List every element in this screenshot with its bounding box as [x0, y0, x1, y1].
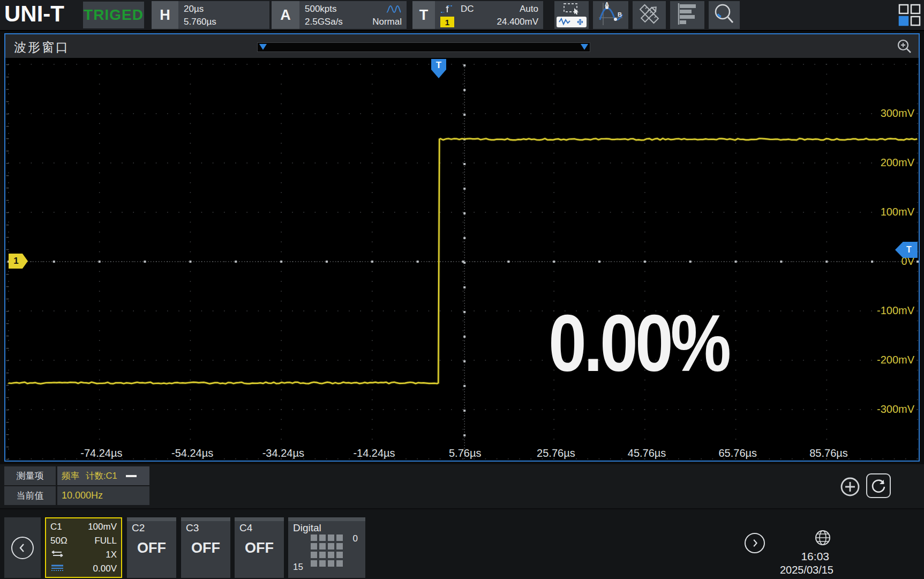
channel4-name: C4 [239, 522, 252, 534]
digital-bit-square [336, 560, 343, 567]
digital-bit-square [328, 543, 334, 550]
channel1-scale: 100mV [88, 522, 117, 532]
digital-bit-square [328, 560, 334, 567]
status-date: 2025/03/15 [766, 564, 833, 576]
acquire-mode-value: Normal [372, 17, 402, 27]
top-toolbar: UNI-T TRIGED H 20µs 5.760µs A 500kpts 2.… [0, 0, 924, 31]
time-label: 5.76µs [433, 447, 497, 459]
channel1-impedance: 50Ω [50, 536, 67, 546]
waveform-window-titlebar: 波形窗口 [5, 34, 919, 58]
digital-bit-square [311, 552, 317, 558]
measure-tools-button[interactable] [633, 1, 666, 29]
measurement-item-label: 测量项 [4, 466, 56, 485]
measurement-current-label: 当前值 [4, 486, 56, 505]
time-label: -14.24µs [342, 447, 407, 459]
waveform-window: 波形窗口 300mV200mV100mV0V-100mV-200mV-300mV… [4, 33, 920, 462]
digital-channel-grid-icon [311, 535, 343, 567]
window-layout-button[interactable] [898, 3, 921, 29]
bottom-channel-bar: C1 100mV 50Ω FULL 1X [0, 509, 924, 579]
voltage-label: -200mV [855, 354, 914, 366]
measurement-counter: 计数:C1 [86, 470, 117, 482]
time-label: -74.24µs [69, 447, 133, 459]
time-label: 85.76µs [797, 447, 861, 459]
svg-text:B: B [618, 11, 622, 18]
digital-bit-square [336, 543, 343, 550]
channel1-offset: 0.00V [93, 563, 117, 574]
sample-rate-value: 2.5GSa/s [305, 17, 343, 27]
timebase-value: 20µs [184, 4, 204, 14]
horizontal-scrollbar[interactable] [257, 42, 590, 52]
channel3-strip [181, 517, 230, 521]
measurement-label-column: 测量项 当前值 [4, 466, 56, 506]
digital-bit-square [311, 543, 317, 550]
digital-bit-square [336, 535, 343, 541]
measurement-value-column[interactable]: 频率 计数:C1 10.000Hz [57, 466, 149, 506]
channel2-name: C2 [132, 522, 145, 534]
digital-bit-square [319, 560, 326, 567]
selection-box-icon [562, 3, 581, 17]
nav-right-panel[interactable] [745, 533, 765, 553]
digital-channels-box[interactable]: Digital 0 15 [288, 517, 365, 578]
globe-icon[interactable] [814, 529, 832, 549]
dc-coupling-icon [50, 550, 64, 560]
clock-area: 16:03 2025/03/15 [766, 509, 835, 579]
horizontal-position-value: 5.760µs [184, 17, 216, 27]
digital-label: Digital [293, 522, 321, 534]
measurement-value-cell: 10.000Hz [57, 486, 149, 505]
trigger-sweep-value: Auto [520, 4, 538, 14]
voltage-label: 300mV [855, 107, 914, 120]
digital-high-index: 0 [353, 533, 358, 544]
acquire-settings-button[interactable]: A 500kpts 2.5GSa/s Normal [272, 1, 407, 29]
channel1-probe: 1X [106, 550, 117, 560]
cursor-measure-button[interactable]: A B [593, 1, 628, 29]
magnifier-icon [712, 2, 736, 28]
channel1-name: C1 [50, 522, 62, 532]
digital-bit-square [319, 552, 326, 558]
nav-left-panel[interactable] [4, 517, 41, 578]
voltage-label: -300mV [855, 403, 914, 415]
reset-statistics-button[interactable] [866, 473, 891, 498]
channel1-box[interactable]: C1 100mV 50Ω FULL 1X [45, 517, 122, 578]
channel4-strip [235, 517, 284, 521]
status-time: 16:03 [770, 550, 829, 563]
trigger-source-badge: 1 [440, 17, 454, 27]
oscilloscope-screen: { "toolbar": { "logo": "UNI-T", "trigger… [0, 0, 924, 579]
channel3-name: C3 [186, 522, 199, 534]
channel-line-style-icon [126, 475, 137, 477]
trigger-settings-button[interactable]: T DC 1 Auto 24.400mV [412, 1, 543, 29]
digital-bit-square [328, 535, 334, 541]
ruler-pencil-icon [636, 2, 662, 28]
chevron-right-icon[interactable] [745, 533, 765, 553]
statistics-button[interactable] [670, 1, 704, 29]
add-measurement-button[interactable] [839, 476, 861, 500]
horizontal-settings-button[interactable]: H 20µs 5.760µs [152, 1, 269, 29]
measurement-name-cell[interactable]: 频率 计数:C1 [57, 466, 149, 485]
channel3-box[interactable]: C3 OFF [181, 517, 230, 578]
horizontal-label: H [152, 1, 178, 29]
voltage-label: 100mV [855, 206, 914, 218]
svg-text:A: A [605, 2, 609, 8]
waveform-select-tool-button[interactable] [554, 1, 589, 29]
time-label: 25.76µs [524, 447, 588, 459]
channel4-state: OFF [235, 540, 284, 556]
channel2-strip [127, 517, 176, 521]
chevron-left-icon[interactable] [11, 537, 34, 559]
channel1-filter-icon [50, 563, 64, 574]
digital-low-index: 15 [293, 562, 303, 573]
scrollbar-right-marker[interactable] [581, 44, 588, 50]
channel3-state: OFF [181, 540, 230, 556]
window-zoom-icon[interactable] [896, 39, 912, 57]
channel2-box[interactable]: C2 OFF [127, 517, 176, 578]
graticule-area: 300mV200mV100mV0V-100mV-200mV-300mV -74.… [5, 58, 919, 461]
scrollbar-left-marker[interactable] [259, 44, 267, 50]
trigger-status-badge: TRIGED [83, 2, 144, 28]
digital-bit-square [319, 535, 326, 541]
measurement-name: 频率 [62, 470, 79, 482]
channel4-box[interactable]: C4 OFF [235, 517, 284, 578]
acquire-mode-icon [386, 4, 402, 16]
acquire-label: A [272, 1, 299, 29]
trigger-edge-icon [440, 4, 455, 17]
waveform-move-icon [557, 17, 587, 27]
time-label: -34.24µs [251, 447, 315, 459]
search-button[interactable] [709, 1, 740, 29]
